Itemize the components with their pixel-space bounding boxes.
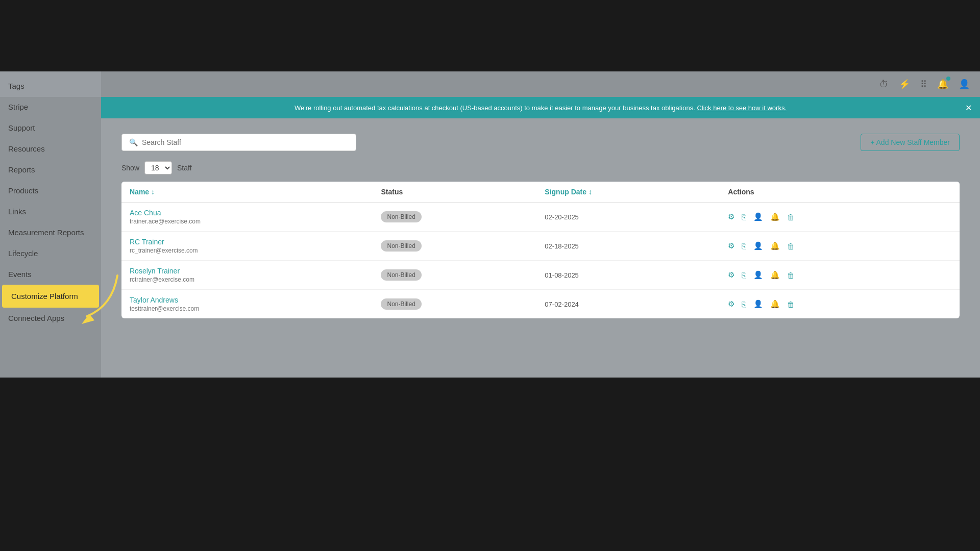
user-icon-2[interactable]: 👤 <box>753 270 763 280</box>
member-email-3: testtrainer@exercise.com <box>130 305 364 312</box>
copy-icon-2[interactable]: ⎘ <box>742 271 746 280</box>
settings-icon-3[interactable]: ⚙ <box>728 299 734 309</box>
sidebar-item-products[interactable]: Products <box>0 180 101 201</box>
user-avatar[interactable]: 👤 <box>959 79 970 90</box>
table-row: Roselyn Trainer rctrainer@exercise.com N… <box>121 261 960 290</box>
user-icon-3[interactable]: 👤 <box>753 299 763 309</box>
top-header: ⏱ ⚡ ⠿ 🔔 👤 <box>0 71 980 97</box>
sidebar-item-customize-platform[interactable]: Customize Platform <box>2 285 99 308</box>
bell-icon-2[interactable]: 🔔 <box>770 270 780 280</box>
banner-close-button[interactable]: ✕ <box>965 103 972 113</box>
cell-signup-date-2: 01-08-2025 <box>536 261 720 290</box>
action-icons-1: ⚙ ⎘ 👤 🔔 🗑 <box>728 241 951 251</box>
cell-actions-2: ⚙ ⎘ 👤 🔔 🗑 <box>720 261 960 290</box>
lightning-icon[interactable]: ⚡ <box>899 79 910 90</box>
copy-icon-1[interactable]: ⎘ <box>742 242 746 251</box>
member-name-link-2[interactable]: Roselyn Trainer <box>130 267 364 275</box>
clock-icon[interactable]: ⏱ <box>879 79 889 90</box>
cell-status-1: Non-Billed <box>373 232 536 261</box>
user-icon-0[interactable]: 👤 <box>753 212 763 221</box>
search-icon: 🔍 <box>129 138 138 146</box>
sidebar-item-stripe[interactable]: Stripe <box>0 96 101 117</box>
delete-icon-0[interactable]: 🗑 <box>787 213 795 221</box>
member-email-0: trainer.ace@exercise.com <box>130 218 364 225</box>
show-label: Show <box>121 164 139 172</box>
add-staff-button[interactable]: + Add New Staff Member <box>861 134 960 151</box>
settings-icon-0[interactable]: ⚙ <box>728 212 734 221</box>
sidebar-item-links[interactable]: Links <box>0 201 101 222</box>
search-input[interactable] <box>142 138 349 146</box>
cell-name-3: Taylor Andrews testtrainer@exercise.com <box>121 290 373 319</box>
content-area: 🔍 + Add New Staff Member Show 18 25 50 S… <box>101 118 980 378</box>
cell-actions-0: ⚙ ⎘ 👤 🔔 🗑 <box>720 203 960 232</box>
bell-icon-0[interactable]: 🔔 <box>770 212 780 221</box>
status-badge-0: Non-Billed <box>381 211 421 222</box>
status-badge-1: Non-Billed <box>381 240 421 252</box>
column-header-signup-date[interactable]: Signup Date ↕ <box>536 182 720 203</box>
show-row: Show 18 25 50 Staff <box>121 161 960 174</box>
delete-icon-3[interactable]: 🗑 <box>787 300 795 309</box>
delete-icon-1[interactable]: 🗑 <box>787 242 795 251</box>
status-badge-3: Non-Billed <box>381 298 421 310</box>
staff-table: Name ↕ Status Signup Date ↕ Actions Ace … <box>121 182 960 318</box>
action-icons-0: ⚙ ⎘ 👤 🔔 🗑 <box>728 212 951 221</box>
member-name-link-1[interactable]: RC Trainer <box>130 238 364 246</box>
copy-icon-0[interactable]: ⎘ <box>742 213 746 221</box>
status-badge-2: Non-Billed <box>381 269 421 281</box>
staff-label: Staff <box>177 164 192 172</box>
sidebar-item-reports[interactable]: Reports <box>0 159 101 180</box>
grid-icon[interactable]: ⠿ <box>920 79 927 90</box>
sidebar-item-measurement-reports[interactable]: Measurement Reports <box>0 222 101 243</box>
settings-icon-2[interactable]: ⚙ <box>728 270 734 280</box>
bell-icon[interactable]: 🔔 <box>937 79 948 90</box>
search-box[interactable]: 🔍 <box>121 134 356 151</box>
member-email-2: rctrainer@exercise.com <box>130 276 364 283</box>
cell-signup-date-0: 02-20-2025 <box>536 203 720 232</box>
member-name-link-3[interactable]: Taylor Andrews <box>130 296 364 304</box>
cell-actions-3: ⚙ ⎘ 👤 🔔 🗑 <box>720 290 960 319</box>
sidebar-item-tags[interactable]: Tags <box>0 76 101 96</box>
cell-actions-1: ⚙ ⎘ 👤 🔔 🗑 <box>720 232 960 261</box>
toolbar-row: 🔍 + Add New Staff Member <box>121 134 960 151</box>
member-name-link-0[interactable]: Ace Chua <box>130 209 364 217</box>
copy-icon-3[interactable]: ⎘ <box>742 300 746 309</box>
action-icons-3: ⚙ ⎘ 👤 🔔 🗑 <box>728 299 951 309</box>
delete-icon-2[interactable]: 🗑 <box>787 271 795 280</box>
table-row: Taylor Andrews testtrainer@exercise.com … <box>121 290 960 319</box>
table-row: Ace Chua trainer.ace@exercise.com Non-Bi… <box>121 203 960 232</box>
show-select[interactable]: 18 25 50 <box>144 161 172 174</box>
bell-icon-3[interactable]: 🔔 <box>770 299 780 309</box>
settings-icon-1[interactable]: ⚙ <box>728 241 734 251</box>
announcement-banner: We're rolling out automated tax calculat… <box>101 97 980 118</box>
column-header-actions: Actions <box>720 182 960 203</box>
cell-signup-date-1: 02-18-2025 <box>536 232 720 261</box>
banner-link[interactable]: Click here to see how it works. <box>697 104 787 112</box>
column-header-status: Status <box>373 182 536 203</box>
bottom-black-bar <box>0 378 980 551</box>
sidebar-item-resources[interactable]: Resources <box>0 138 101 159</box>
bell-icon-1[interactable]: 🔔 <box>770 241 780 251</box>
cell-name-2: Roselyn Trainer rctrainer@exercise.com <box>121 261 373 290</box>
user-icon-1[interactable]: 👤 <box>753 241 763 251</box>
sidebar-item-connected-apps[interactable]: Connected Apps <box>0 308 101 329</box>
cell-name-1: RC Trainer rc_trainer@exercise.com <box>121 232 373 261</box>
banner-text: We're rolling out automated tax calculat… <box>295 104 695 112</box>
notification-badge <box>946 77 950 81</box>
cell-status-3: Non-Billed <box>373 290 536 319</box>
sidebar: Tags Stripe Support Resources Reports Pr… <box>0 71 101 378</box>
sidebar-item-support[interactable]: Support <box>0 117 101 138</box>
sidebar-item-events[interactable]: Events <box>0 264 101 285</box>
table-row: RC Trainer rc_trainer@exercise.com Non-B… <box>121 232 960 261</box>
member-email-1: rc_trainer@exercise.com <box>130 247 364 254</box>
top-black-bar <box>0 0 980 71</box>
cell-signup-date-3: 07-02-2024 <box>536 290 720 319</box>
cell-name-0: Ace Chua trainer.ace@exercise.com <box>121 203 373 232</box>
column-header-name[interactable]: Name ↕ <box>121 182 373 203</box>
sidebar-item-lifecycle[interactable]: Lifecycle <box>0 243 101 264</box>
cell-status-2: Non-Billed <box>373 261 536 290</box>
action-icons-2: ⚙ ⎘ 👤 🔔 🗑 <box>728 270 951 280</box>
cell-status-0: Non-Billed <box>373 203 536 232</box>
table-header-row: Name ↕ Status Signup Date ↕ Actions <box>121 182 960 203</box>
